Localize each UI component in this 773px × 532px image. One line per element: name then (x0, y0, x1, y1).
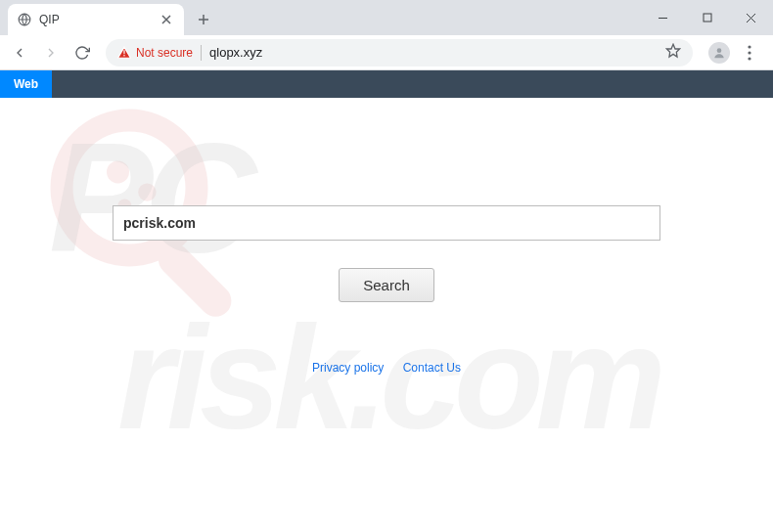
reload-button[interactable] (68, 39, 96, 66)
browser-tab[interactable]: QIP (8, 4, 184, 35)
svg-point-6 (748, 57, 750, 60)
toolbar-right (703, 41, 767, 65)
not-secure-label: Not secure (136, 46, 193, 60)
warning-triangle-icon (117, 46, 131, 60)
bookmark-star-icon[interactable] (665, 43, 681, 62)
search-button[interactable]: Search (339, 268, 434, 302)
address-bar[interactable]: Not secure qlopx.xyz (106, 39, 693, 66)
url-text: qlopx.xyz (209, 45, 262, 60)
back-button[interactable] (6, 39, 33, 66)
browser-toolbar: Not secure qlopx.xyz (0, 35, 773, 70)
profile-avatar[interactable] (708, 42, 730, 64)
tab-title: QIP (39, 13, 151, 26)
browser-menu-button[interactable] (738, 41, 761, 65)
nav-tab-web[interactable]: Web (0, 70, 52, 98)
page-top-nav: Web (0, 70, 773, 98)
page-content: PC risk.com Search Privacy policy Contac… (0, 98, 773, 532)
forward-button[interactable] (37, 39, 65, 66)
tab-close-icon[interactable] (159, 12, 174, 27)
search-input[interactable] (113, 205, 660, 241)
browser-title-bar: QIP (0, 0, 773, 35)
close-window-button[interactable] (729, 3, 773, 32)
maximize-button[interactable] (685, 3, 729, 32)
privacy-policy-link[interactable]: Privacy policy (312, 361, 384, 375)
globe-icon (18, 13, 31, 26)
search-container: Search Privacy policy Contact Us (113, 205, 660, 375)
svg-point-3 (717, 48, 722, 53)
svg-marker-2 (666, 44, 679, 57)
security-warning: Not secure (117, 46, 193, 60)
svg-point-8 (107, 160, 129, 183)
window-controls (641, 0, 773, 35)
footer-links: Privacy policy Contact Us (113, 361, 660, 375)
svg-point-9 (138, 183, 156, 200)
contact-us-link[interactable]: Contact Us (403, 361, 461, 375)
new-tab-button[interactable] (190, 6, 217, 33)
svg-point-4 (748, 45, 750, 48)
svg-rect-1 (704, 14, 711, 22)
minimize-button[interactable] (641, 3, 685, 32)
svg-point-5 (748, 51, 750, 54)
address-divider (201, 45, 202, 61)
